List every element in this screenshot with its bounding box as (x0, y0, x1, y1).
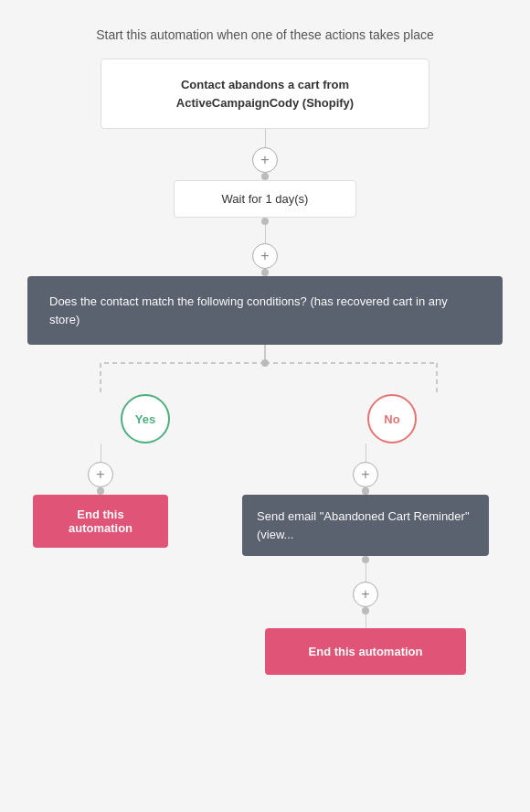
no-add-button-2[interactable]: + (353, 582, 378, 607)
end-automation-right[interactable]: End this automation (265, 628, 466, 675)
no-dot-3 (362, 607, 369, 614)
branch-svg (27, 345, 503, 400)
no-dot-1 (362, 487, 369, 495)
end-automation-left[interactable]: End this automation (33, 495, 168, 548)
yes-add-button[interactable]: + (88, 462, 113, 487)
branch-container: Yes No + End this automation (27, 345, 503, 675)
yes-branch-button[interactable]: Yes (121, 394, 170, 443)
wait-box[interactable]: Wait for 1 day(s) (174, 180, 356, 218)
no-branch: + Send email "Abandoned Cart Reminder" (… (247, 443, 484, 675)
yes-line-1 (101, 443, 101, 462)
two-col-branches: + End this automation + Send email "Aban… (27, 443, 503, 675)
no-line-1 (366, 443, 366, 462)
no-branch-button[interactable]: No (367, 394, 417, 443)
send-email-box[interactable]: Send email "Abandoned Cart Reminder" (vi… (242, 495, 489, 556)
no-line-2 (366, 563, 366, 582)
condition-box[interactable]: Does the contact match the following con… (27, 276, 503, 345)
header-text: Start this automation when one of these … (96, 27, 434, 42)
add-step-button-2[interactable]: + (252, 243, 278, 269)
automation-canvas: Start this automation when one of these … (0, 0, 530, 812)
yes-branch: + End this automation (27, 443, 174, 675)
connector-line-1 (265, 129, 266, 147)
yes-no-row: Yes No (73, 394, 457, 443)
connector-dot-1 (261, 173, 269, 180)
no-dot-2 (362, 556, 369, 563)
trigger-box[interactable]: Contact abandons a cart from ActiveCampa… (101, 59, 429, 129)
connector-line-2 (265, 225, 266, 243)
no-line-3 (366, 614, 366, 628)
yes-dot-1 (97, 487, 104, 495)
connector-dot-2 (261, 218, 269, 225)
connector-dot-3 (261, 269, 269, 276)
no-add-button[interactable]: + (353, 462, 378, 487)
add-step-button-1[interactable]: + (252, 147, 278, 173)
